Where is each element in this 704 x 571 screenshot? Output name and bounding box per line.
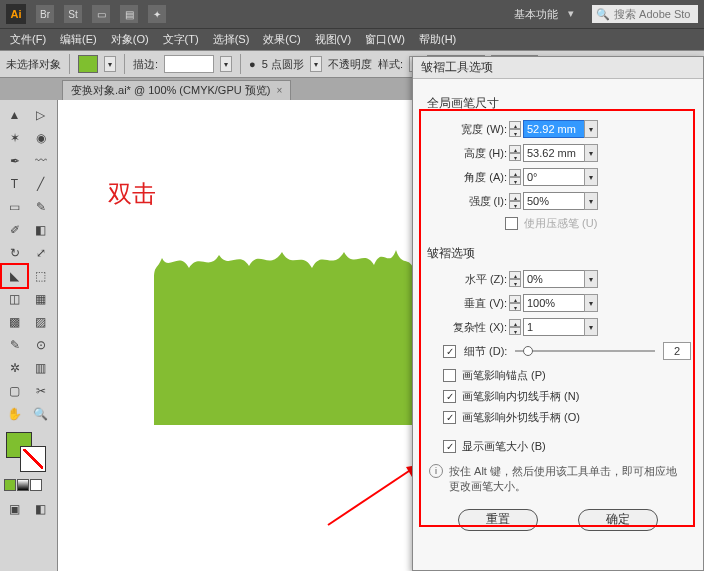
reset-button[interactable]: 重置: [458, 509, 538, 531]
menu-help[interactable]: 帮助(H): [413, 30, 462, 49]
shape-builder-tool[interactable]: ◫: [2, 288, 27, 310]
detail-value[interactable]: 2: [663, 342, 691, 360]
width-tool[interactable]: ◣: [2, 265, 27, 287]
complexity-input[interactable]: 1: [523, 318, 585, 336]
eraser-tool[interactable]: ◧: [28, 219, 53, 241]
direct-select-tool[interactable]: ▷: [28, 104, 53, 126]
scale-tool[interactable]: ⤢: [28, 242, 53, 264]
show-size-checkbox[interactable]: [443, 440, 456, 453]
line-tool[interactable]: ╱: [28, 173, 53, 195]
eyedropper-tool[interactable]: ✎: [2, 334, 27, 356]
close-icon[interactable]: ×: [276, 85, 282, 96]
brush-in-label: 画笔影响内切线手柄 (N): [462, 389, 579, 404]
search-box[interactable]: 🔍: [592, 5, 698, 23]
mesh-tool[interactable]: ▩: [2, 311, 27, 333]
stroke-width-input[interactable]: [164, 55, 214, 73]
fill-dropdown[interactable]: ▾: [104, 56, 116, 72]
vertical-dropdown[interactable]: ▾: [584, 294, 598, 312]
menu-select[interactable]: 选择(S): [207, 30, 256, 49]
menu-type[interactable]: 文字(T): [157, 30, 205, 49]
stroke-dropdown[interactable]: ▾: [220, 56, 232, 72]
menu-effect[interactable]: 效果(C): [257, 30, 306, 49]
curvature-tool[interactable]: 〰: [28, 150, 53, 172]
brush-out-checkbox[interactable]: [443, 411, 456, 424]
selection-tool[interactable]: ▲: [2, 104, 27, 126]
height-input[interactable]: 53.62 mm: [523, 144, 585, 162]
section-wrinkle-options: 皱褶选项: [427, 245, 691, 262]
angle-input[interactable]: 0°: [523, 168, 585, 186]
lasso-tool[interactable]: ◉: [28, 127, 53, 149]
type-tool[interactable]: T: [2, 173, 27, 195]
hint-text: 按住 Alt 键，然后使用该工具单击，即可相应地更改画笔大小。: [449, 464, 687, 495]
gradient-tool[interactable]: ▨: [28, 311, 53, 333]
stroke-color-icon[interactable]: [20, 446, 46, 472]
intensity-dropdown[interactable]: ▾: [584, 192, 598, 210]
hand-tool[interactable]: ✋: [2, 403, 27, 425]
vertical-spinner[interactable]: ▴▾: [509, 295, 521, 311]
doc-icon[interactable]: ▤: [120, 5, 138, 23]
complexity-spinner[interactable]: ▴▾: [509, 319, 521, 335]
detail-slider[interactable]: [515, 344, 655, 358]
complexity-dropdown[interactable]: ▾: [584, 318, 598, 336]
menu-object[interactable]: 对象(O): [105, 30, 155, 49]
no-selection-label: 未选择对象: [6, 57, 61, 72]
angle-spinner[interactable]: ▴▾: [509, 169, 521, 185]
angle-dropdown[interactable]: ▾: [584, 168, 598, 186]
free-transform-tool[interactable]: ⬚: [28, 265, 53, 287]
edit-mode-tool[interactable]: ◧: [28, 498, 53, 520]
intensity-label: 强度 (I):: [443, 194, 507, 209]
brush-tool[interactable]: ✎: [28, 196, 53, 218]
horizontal-input[interactable]: 0%: [523, 270, 585, 288]
brush-in-checkbox[interactable]: [443, 390, 456, 403]
document-tab[interactable]: 变换对象.ai* @ 100% (CMYK/GPU 预览) ×: [62, 80, 291, 100]
workspace-mode[interactable]: 基本功能: [514, 7, 558, 22]
graph-tool[interactable]: ▥: [28, 357, 53, 379]
width-dropdown[interactable]: ▾: [584, 120, 598, 138]
bridge-icon[interactable]: Br: [36, 5, 54, 23]
search-input[interactable]: [614, 8, 694, 20]
height-label: 高度 (H):: [443, 146, 507, 161]
menu-view[interactable]: 视图(V): [309, 30, 358, 49]
height-dropdown[interactable]: ▾: [584, 144, 598, 162]
brush-anchor-checkbox[interactable]: [443, 369, 456, 382]
horizontal-dropdown[interactable]: ▾: [584, 270, 598, 288]
fill-swatch[interactable]: [78, 55, 98, 73]
chevron-down-icon[interactable]: ▾: [568, 7, 582, 21]
intensity-input[interactable]: 50%: [523, 192, 585, 210]
width-spinner[interactable]: ▴▾: [509, 121, 521, 137]
angle-label: 角度 (A):: [443, 170, 507, 185]
stock-icon[interactable]: St: [64, 5, 82, 23]
intensity-spinner[interactable]: ▴▾: [509, 193, 521, 209]
none-mode-icon[interactable]: [30, 479, 42, 491]
rotate-tool[interactable]: ↻: [2, 242, 27, 264]
artboard-tool[interactable]: ▢: [2, 380, 27, 402]
rectangle-tool[interactable]: ▭: [2, 196, 27, 218]
ok-button[interactable]: 确定: [578, 509, 658, 531]
brush-dropdown[interactable]: ▾: [310, 56, 322, 72]
height-spinner[interactable]: ▴▾: [509, 145, 521, 161]
perspective-tool[interactable]: ▦: [28, 288, 53, 310]
brush-preset[interactable]: 5 点圆形: [262, 57, 304, 72]
arrange-icon[interactable]: ▭: [92, 5, 110, 23]
cursor-icon[interactable]: ✦: [148, 5, 166, 23]
magic-wand-tool[interactable]: ✶: [2, 127, 27, 149]
shaper-tool[interactable]: ✐: [2, 219, 27, 241]
blend-tool[interactable]: ⊙: [28, 334, 53, 356]
menu-file[interactable]: 文件(F): [4, 30, 52, 49]
menu-edit[interactable]: 编辑(E): [54, 30, 103, 49]
color-mode-icon[interactable]: [4, 479, 16, 491]
symbol-tool[interactable]: ✲: [2, 357, 27, 379]
show-size-label: 显示画笔大小 (B): [462, 439, 546, 454]
vertical-input[interactable]: 100%: [523, 294, 585, 312]
pen-tool[interactable]: ✒: [2, 150, 27, 172]
artwork-green-shape: [154, 240, 414, 425]
fill-stroke-control[interactable]: [2, 430, 55, 476]
horizontal-spinner[interactable]: ▴▾: [509, 271, 521, 287]
slice-tool[interactable]: ✂: [28, 380, 53, 402]
detail-checkbox[interactable]: [443, 345, 456, 358]
menu-window[interactable]: 窗口(W): [359, 30, 411, 49]
gradient-mode-icon[interactable]: [17, 479, 29, 491]
screen-mode-tool[interactable]: ▣: [2, 498, 27, 520]
zoom-tool[interactable]: 🔍: [28, 403, 53, 425]
width-input[interactable]: 52.92 mm: [523, 120, 585, 138]
